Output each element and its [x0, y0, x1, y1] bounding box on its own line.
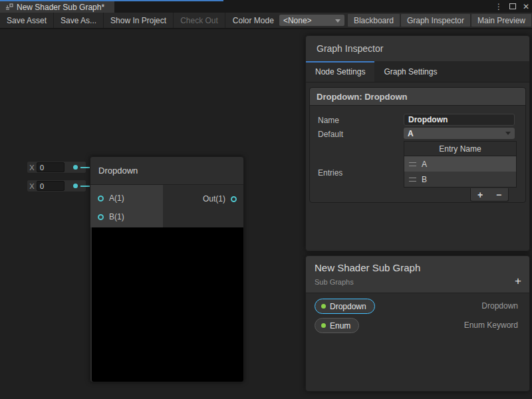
- port-out-label: Out(1): [203, 194, 225, 203]
- drag-handle-icon[interactable]: [409, 162, 416, 166]
- default-dropdown[interactable]: A: [404, 128, 515, 139]
- save-asset-button[interactable]: Save Asset: [0, 13, 54, 28]
- name-label: Name: [318, 116, 339, 125]
- pill-label: Enum: [330, 321, 350, 331]
- enum-property-pill[interactable]: Enum: [315, 318, 359, 333]
- show-in-project-button[interactable]: Show In Project: [104, 13, 174, 28]
- color-mode-value: <None>: [283, 16, 312, 25]
- node-title[interactable]: Dropdown: [90, 157, 243, 185]
- entry-row-label: B: [422, 175, 427, 184]
- node-settings-section: Dropdown: Dropdown Name Dropdown Default…: [309, 87, 526, 203]
- inspector-tabs: Node Settings Graph Settings: [306, 61, 529, 82]
- shader-graph-window: New Shader Sub Graph* ⋮ ✕ Save Asset Sav…: [0, 0, 532, 399]
- blackboard-toggle-button[interactable]: Blackboard: [348, 14, 400, 27]
- graph-inspector-panel: Graph Inspector Node Settings Graph Sett…: [305, 35, 530, 251]
- document-tab-label: New Shader Sub Graph*: [17, 3, 104, 12]
- entries-header: Entry Name: [404, 142, 516, 156]
- blackboard-panel: New Shader Sub Graph Sub Graphs + Dropdo…: [305, 255, 530, 392]
- entries-table: Entry Name A B: [404, 141, 517, 188]
- toolbar: Save Asset Save As... Show In Project Ch…: [0, 13, 532, 29]
- property-type-label: Enum Keyword: [464, 321, 518, 330]
- color-mode-dropdown[interactable]: <None>: [279, 15, 344, 26]
- dropdown-property-pill[interactable]: Dropdown: [315, 299, 375, 314]
- node-body: A(1) B(1) Out(1): [90, 185, 243, 227]
- port-out: Out(1): [203, 194, 237, 203]
- entry-row-b[interactable]: B: [404, 172, 516, 187]
- dropdown-node[interactable]: Dropdown A(1) B(1) Out(1): [90, 156, 244, 382]
- entries-list-footer: + −: [470, 188, 509, 201]
- entries-label: Entries: [318, 168, 342, 178]
- chevron-down-icon: [505, 132, 511, 135]
- color-mode-label: Color Mode: [227, 13, 279, 28]
- port-a-icon[interactable]: [98, 196, 104, 201]
- port-a-label: A(1): [109, 194, 124, 203]
- connector-dot-icon[interactable]: [73, 165, 78, 170]
- add-property-button[interactable]: +: [515, 275, 521, 287]
- shader-graph-icon: [5, 3, 13, 11]
- node-preview: [92, 227, 243, 382]
- graph-inspector-toggle-button[interactable]: Graph Inspector: [401, 14, 470, 27]
- inspector-title[interactable]: Graph Inspector: [306, 36, 529, 61]
- titlebar: New Shader Sub Graph* ⋮ ✕: [0, 0, 532, 13]
- port-b-label: B(1): [109, 212, 124, 221]
- tab-graph-settings[interactable]: Graph Settings: [374, 61, 446, 82]
- chevron-down-icon: [335, 19, 340, 23]
- axis-label: X: [27, 164, 37, 172]
- add-entry-button[interactable]: +: [477, 190, 483, 200]
- toolbar-right-group: Color Mode <None> Blackboard Graph Inspe…: [227, 13, 532, 28]
- window-controls: ⋮ ✕: [495, 0, 529, 13]
- input-b-number-field[interactable]: 0: [37, 181, 65, 191]
- close-icon[interactable]: ✕: [523, 3, 529, 11]
- property-type-label: Dropdown: [481, 301, 518, 311]
- tab-node-settings[interactable]: Node Settings: [306, 61, 374, 82]
- remove-entry-button[interactable]: −: [496, 190, 501, 200]
- keyword-dot-icon: [321, 323, 326, 328]
- connector-dot-icon[interactable]: [73, 184, 78, 188]
- maximize-icon[interactable]: [509, 3, 516, 9]
- keyword-dot-icon: [321, 304, 326, 309]
- entry-row-a[interactable]: A: [404, 156, 516, 172]
- entry-row-label: A: [422, 160, 427, 169]
- blackboard-row-dropdown: Dropdown Dropdown: [306, 299, 529, 314]
- port-a: A(1): [98, 194, 124, 203]
- blackboard-title: New Shader Sub Graph: [315, 262, 420, 273]
- default-value: A: [408, 129, 414, 138]
- drag-handle-icon[interactable]: [409, 178, 416, 182]
- port-b-icon[interactable]: [98, 214, 104, 220]
- blackboard-subtitle: Sub Graphs: [315, 278, 354, 286]
- port-out-icon[interactable]: [231, 196, 237, 202]
- input-a-value-widget: X 0: [27, 161, 86, 174]
- kebab-menu-icon[interactable]: ⋮: [495, 3, 503, 11]
- blackboard-header[interactable]: New Shader Sub Graph Sub Graphs +: [306, 256, 529, 293]
- pill-label: Dropdown: [330, 302, 366, 311]
- default-label: Default: [318, 130, 343, 139]
- axis-label: X: [27, 182, 37, 190]
- input-b-value-widget: X 0: [27, 180, 86, 192]
- input-a-number-field[interactable]: 0: [37, 162, 65, 172]
- section-title: Dropdown: Dropdown: [310, 88, 525, 106]
- save-as-button[interactable]: Save As...: [54, 13, 104, 28]
- main-preview-toggle-button[interactable]: Main Preview: [471, 14, 531, 27]
- port-b: B(1): [98, 212, 124, 221]
- name-input[interactable]: Dropdown: [404, 114, 515, 126]
- check-out-button: Check Out: [174, 13, 225, 28]
- blackboard-row-enum: Enum Enum Keyword: [306, 318, 529, 333]
- document-tab[interactable]: New Shader Sub Graph*: [0, 1, 114, 13]
